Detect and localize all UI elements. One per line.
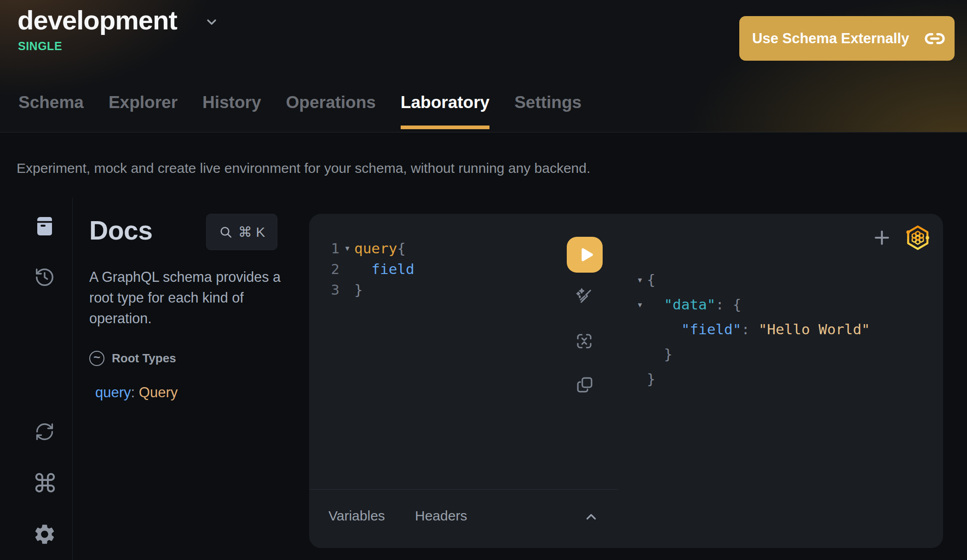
root-type-type-link[interactable]: Query: [139, 384, 178, 400]
line-number: 1: [328, 240, 340, 257]
editor-footer-divider: [309, 489, 618, 490]
fold-arrow-icon[interactable]: ▾: [633, 300, 647, 309]
tab-explorer[interactable]: Explorer: [109, 93, 178, 129]
history-clock-icon[interactable]: [34, 267, 55, 288]
sidebar-divider: [72, 198, 73, 560]
prettify-icon[interactable]: [575, 287, 594, 306]
response-line: }: [633, 342, 870, 366]
docs-description: A GraphQL schema provides a root type fo…: [89, 267, 295, 329]
settings-gear-icon[interactable]: [33, 522, 57, 546]
tab-variables[interactable]: Variables: [328, 508, 385, 524]
header: development SINGLE Use Schema Externally…: [0, 0, 967, 132]
command-shortcuts-icon[interactable]: ⌘: [31, 470, 59, 497]
page-title: development: [17, 5, 177, 35]
docs-book-icon[interactable]: [34, 215, 56, 237]
root-type-query-link[interactable]: query: [95, 384, 131, 400]
response-line: ▾ {: [633, 267, 870, 292]
root-types-section: ~ Root Types: [89, 351, 176, 366]
fold-arrow-icon[interactable]: ▾: [633, 275, 647, 285]
add-tab-icon[interactable]: [871, 227, 892, 248]
refresh-icon[interactable]: [35, 422, 55, 442]
search-icon: [219, 225, 233, 240]
tab-schema[interactable]: Schema: [18, 93, 84, 129]
response-line: "field": "Hello World": [633, 317, 870, 342]
hive-logo-icon[interactable]: [904, 223, 932, 252]
root-types-icon: ~: [89, 351, 104, 366]
root-types-label: Root Types: [112, 351, 176, 366]
line-number: 3: [328, 281, 340, 298]
docs-title: Docs: [89, 215, 152, 246]
response-line: ▾ "data": {: [633, 292, 870, 317]
link-icon: [924, 28, 945, 49]
line-number: 2: [328, 261, 340, 277]
operation-panel: 1 ▾ query{ 2 field 3 }: [309, 214, 943, 548]
use-schema-externally-button[interactable]: Use Schema Externally: [739, 16, 955, 61]
tab-settings[interactable]: Settings: [514, 93, 581, 129]
response-viewer: ▾ { ▾ "data": { "field": "Hello World" }…: [633, 267, 870, 391]
chevron-up-icon[interactable]: [583, 509, 599, 525]
docs-search-button[interactable]: ⌘ K: [206, 214, 277, 250]
play-icon: [576, 245, 596, 264]
copy-icon[interactable]: [575, 375, 594, 394]
tab-operations[interactable]: Operations: [286, 93, 376, 129]
use-schema-label: Use Schema Externally: [752, 30, 909, 47]
execute-query-button[interactable]: [567, 237, 603, 273]
fold-arrow-icon[interactable]: ▾: [340, 243, 354, 253]
environment-badge: SINGLE: [18, 40, 62, 53]
page-subtitle: Experiment, mock and create live environ…: [17, 160, 590, 176]
root-type-separator: :: [131, 384, 139, 400]
tab-laboratory[interactable]: Laboratory: [401, 93, 489, 129]
laboratory-page: development SINGLE Use Schema Externally…: [0, 0, 967, 560]
tab-bar: Schema Explorer History Operations Labor…: [18, 93, 581, 129]
tab-history[interactable]: History: [202, 93, 261, 129]
editor-line: 2 field: [328, 258, 414, 279]
tab-headers[interactable]: Headers: [415, 508, 467, 524]
response-line: }: [633, 366, 870, 391]
editor-line: 1 ▾ query{: [328, 238, 414, 258]
root-type-entry: query: Query: [95, 384, 178, 401]
editor-line: 3 }: [328, 279, 414, 300]
merge-fragments-icon[interactable]: [575, 331, 594, 351]
query-editor[interactable]: 1 ▾ query{ 2 field 3 }: [328, 238, 414, 300]
search-shortcut-label: ⌘ K: [238, 224, 265, 240]
chevron-down-icon[interactable]: [204, 15, 219, 29]
